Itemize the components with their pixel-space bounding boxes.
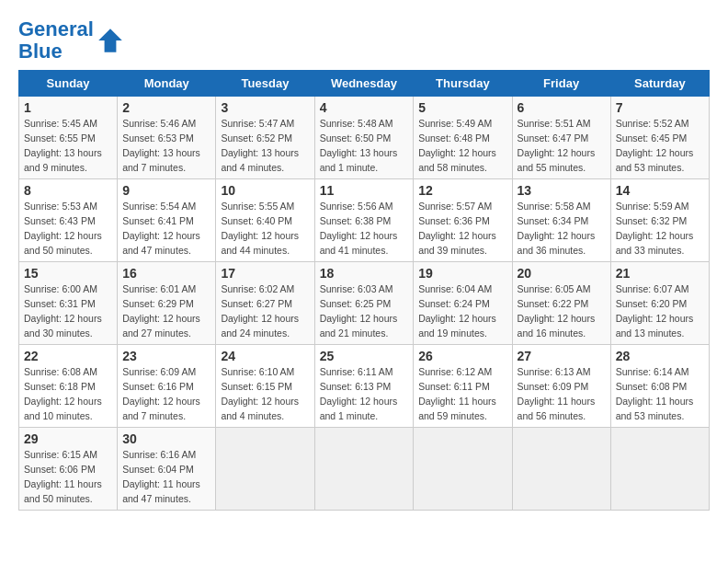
day-number: 10 [221,183,309,198]
calendar-cell: 9 Sunrise: 5:54 AM Sunset: 6:41 PM Dayli… [118,179,216,262]
calendar-cell: 27 Sunrise: 6:13 AM Sunset: 6:09 PM Dayl… [512,345,610,428]
day-detail: Sunrise: 6:11 AM Sunset: 6:13 PM Dayligh… [320,365,409,423]
day-detail: Sunrise: 6:05 AM Sunset: 6:22 PM Dayligh… [518,282,606,340]
calendar-cell: 29 Sunrise: 6:15 AM Sunset: 6:06 PM Dayl… [19,428,118,511]
weekday-header-monday: Monday [118,71,216,97]
page-header: GeneralBlue [18,18,710,63]
day-detail: Sunrise: 5:57 AM Sunset: 6:36 PM Dayligh… [418,200,506,258]
day-number: 21 [616,266,704,281]
day-number: 20 [518,266,606,281]
day-number: 26 [418,349,506,363]
day-number: 3 [221,100,309,115]
day-detail: Sunrise: 5:53 AM Sunset: 6:43 PM Dayligh… [24,200,112,258]
day-number: 22 [24,349,112,363]
day-number: 13 [518,183,606,198]
calendar-week-1: 1 Sunrise: 5:45 AM Sunset: 6:55 PM Dayli… [19,97,710,179]
day-number: 28 [616,349,704,363]
day-number: 19 [418,266,506,281]
day-number: 24 [221,349,309,363]
day-detail: Sunrise: 5:46 AM Sunset: 6:53 PM Dayligh… [122,117,210,175]
day-number: 14 [616,183,704,198]
day-number: 29 [24,431,112,446]
day-number: 23 [122,349,210,363]
day-detail: Sunrise: 5:54 AM Sunset: 6:41 PM Dayligh… [122,200,210,258]
day-detail: Sunrise: 6:15 AM Sunset: 6:06 PM Dayligh… [24,448,112,506]
svg-marker-0 [98,29,122,52]
calendar-cell: 1 Sunrise: 5:45 AM Sunset: 6:55 PM Dayli… [19,97,118,179]
day-detail: Sunrise: 6:16 AM Sunset: 6:04 PM Dayligh… [122,448,210,506]
day-detail: Sunrise: 5:47 AM Sunset: 6:52 PM Dayligh… [221,117,309,175]
calendar-cell: 30 Sunrise: 6:16 AM Sunset: 6:04 PM Dayl… [118,428,216,511]
day-detail: Sunrise: 6:04 AM Sunset: 6:24 PM Dayligh… [418,282,506,340]
calendar-cell: 24 Sunrise: 6:10 AM Sunset: 6:15 PM Dayl… [216,345,314,428]
day-detail: Sunrise: 6:10 AM Sunset: 6:15 PM Dayligh… [221,365,309,423]
day-number: 12 [418,183,506,198]
calendar-cell [216,428,314,511]
day-detail: Sunrise: 5:49 AM Sunset: 6:48 PM Dayligh… [418,117,506,175]
calendar-cell: 23 Sunrise: 6:09 AM Sunset: 6:16 PM Dayl… [118,345,216,428]
day-number: 2 [122,100,210,115]
calendar-cell: 4 Sunrise: 5:48 AM Sunset: 6:50 PM Dayli… [314,97,414,179]
day-number: 4 [320,100,409,115]
calendar-cell: 2 Sunrise: 5:46 AM Sunset: 6:53 PM Dayli… [118,97,216,179]
calendar-cell [414,428,512,511]
day-number: 27 [518,349,606,363]
calendar-cell: 21 Sunrise: 6:07 AM Sunset: 6:20 PM Dayl… [610,262,709,345]
weekday-header-sunday: Sunday [19,71,118,97]
calendar-cell: 17 Sunrise: 6:02 AM Sunset: 6:27 PM Dayl… [216,262,314,345]
day-detail: Sunrise: 6:02 AM Sunset: 6:27 PM Dayligh… [221,282,309,340]
logo-icon [96,26,125,55]
calendar-cell: 16 Sunrise: 6:01 AM Sunset: 6:29 PM Dayl… [118,262,216,345]
day-detail: Sunrise: 6:00 AM Sunset: 6:31 PM Dayligh… [24,282,112,340]
calendar-cell [512,428,610,511]
day-detail: Sunrise: 5:51 AM Sunset: 6:47 PM Dayligh… [518,117,606,175]
calendar-cell: 28 Sunrise: 6:14 AM Sunset: 6:08 PM Dayl… [610,345,709,428]
calendar-cell: 14 Sunrise: 5:59 AM Sunset: 6:32 PM Dayl… [610,179,709,262]
calendar-week-3: 15 Sunrise: 6:00 AM Sunset: 6:31 PM Dayl… [19,262,710,345]
day-number: 11 [320,183,409,198]
weekday-header-thursday: Thursday [414,71,512,97]
day-number: 9 [122,183,210,198]
weekday-header-friday: Friday [512,71,610,97]
day-number: 7 [616,100,704,115]
calendar-cell: 18 Sunrise: 6:03 AM Sunset: 6:25 PM Dayl… [314,262,414,345]
calendar-cell [314,428,414,511]
calendar-cell: 5 Sunrise: 5:49 AM Sunset: 6:48 PM Dayli… [414,97,512,179]
calendar-cell: 10 Sunrise: 5:55 AM Sunset: 6:40 PM Dayl… [216,179,314,262]
logo-text: GeneralBlue [18,18,94,63]
weekday-header-tuesday: Tuesday [216,71,314,97]
day-detail: Sunrise: 6:14 AM Sunset: 6:08 PM Dayligh… [616,365,704,423]
day-number: 18 [320,266,409,281]
day-number: 16 [122,266,210,281]
day-number: 5 [418,100,506,115]
day-detail: Sunrise: 6:07 AM Sunset: 6:20 PM Dayligh… [616,282,704,340]
day-number: 25 [320,349,409,363]
calendar-cell: 7 Sunrise: 5:52 AM Sunset: 6:45 PM Dayli… [610,97,709,179]
calendar-cell: 11 Sunrise: 5:56 AM Sunset: 6:38 PM Dayl… [314,179,414,262]
calendar-week-5: 29 Sunrise: 6:15 AM Sunset: 6:06 PM Dayl… [19,428,710,511]
day-number: 1 [24,100,112,115]
day-detail: Sunrise: 6:13 AM Sunset: 6:09 PM Dayligh… [518,365,606,423]
day-number: 17 [221,266,309,281]
day-number: 30 [122,431,210,446]
calendar-cell: 25 Sunrise: 6:11 AM Sunset: 6:13 PM Dayl… [314,345,414,428]
day-detail: Sunrise: 6:08 AM Sunset: 6:18 PM Dayligh… [24,365,112,423]
day-detail: Sunrise: 5:48 AM Sunset: 6:50 PM Dayligh… [320,117,409,175]
calendar-cell: 26 Sunrise: 6:12 AM Sunset: 6:11 PM Dayl… [414,345,512,428]
day-detail: Sunrise: 5:59 AM Sunset: 6:32 PM Dayligh… [616,200,704,258]
calendar-cell: 22 Sunrise: 6:08 AM Sunset: 6:18 PM Dayl… [19,345,118,428]
calendar-table: SundayMondayTuesdayWednesdayThursdayFrid… [18,70,710,511]
day-number: 15 [24,266,112,281]
calendar-week-2: 8 Sunrise: 5:53 AM Sunset: 6:43 PM Dayli… [19,179,710,262]
weekday-header-saturday: Saturday [610,71,709,97]
calendar-week-4: 22 Sunrise: 6:08 AM Sunset: 6:18 PM Dayl… [19,345,710,428]
day-detail: Sunrise: 5:52 AM Sunset: 6:45 PM Dayligh… [616,117,704,175]
day-detail: Sunrise: 5:55 AM Sunset: 6:40 PM Dayligh… [221,200,309,258]
day-detail: Sunrise: 5:56 AM Sunset: 6:38 PM Dayligh… [320,200,409,258]
calendar-cell: 20 Sunrise: 6:05 AM Sunset: 6:22 PM Dayl… [512,262,610,345]
calendar-cell: 12 Sunrise: 5:57 AM Sunset: 6:36 PM Dayl… [414,179,512,262]
calendar-cell: 19 Sunrise: 6:04 AM Sunset: 6:24 PM Dayl… [414,262,512,345]
day-detail: Sunrise: 6:09 AM Sunset: 6:16 PM Dayligh… [122,365,210,423]
calendar-cell: 3 Sunrise: 5:47 AM Sunset: 6:52 PM Dayli… [216,97,314,179]
day-number: 8 [24,183,112,198]
